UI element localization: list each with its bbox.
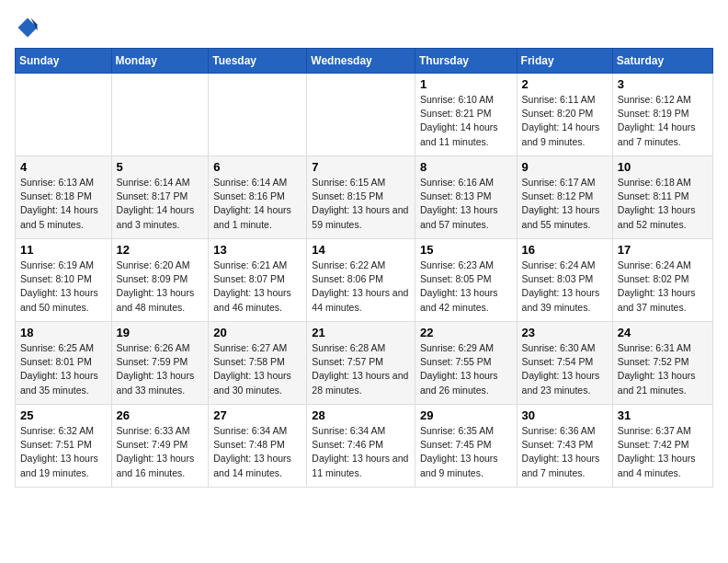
calendar-cell: 29Sunrise: 6:35 AMSunset: 7:45 PMDayligh… [415,405,517,488]
day-number: 18 [20,326,107,339]
day-number: 22 [420,326,512,339]
calendar-cell: 24Sunrise: 6:31 AMSunset: 7:52 PMDayligh… [612,322,712,405]
header-friday: Friday [517,49,612,74]
day-info: Sunrise: 6:25 AMSunset: 8:01 PMDaylight:… [20,341,107,397]
day-number: 12 [117,243,204,257]
calendar-week-row: 25Sunrise: 6:32 AMSunset: 7:51 PMDayligh… [16,405,713,488]
day-info: Sunrise: 6:15 AMSunset: 8:15 PMDaylight:… [312,176,410,232]
calendar-cell: 21Sunrise: 6:28 AMSunset: 7:57 PMDayligh… [307,322,415,405]
day-number: 21 [312,326,410,339]
day-info: Sunrise: 6:27 AMSunset: 7:58 PMDaylight:… [213,341,301,397]
header-thursday: Thursday [415,49,517,74]
day-info: Sunrise: 6:34 AMSunset: 7:48 PMDaylight:… [213,424,301,480]
day-info: Sunrise: 6:17 AMSunset: 8:12 PMDaylight:… [522,176,608,232]
calendar-cell: 31Sunrise: 6:37 AMSunset: 7:42 PMDayligh… [612,405,712,488]
page-header [15,15,713,40]
day-info: Sunrise: 6:35 AMSunset: 7:45 PMDaylight:… [420,424,512,480]
day-info: Sunrise: 6:24 AMSunset: 8:03 PMDaylight:… [522,259,608,315]
calendar-cell: 15Sunrise: 6:23 AMSunset: 8:05 PMDayligh… [415,239,517,322]
day-info: Sunrise: 6:30 AMSunset: 7:54 PMDaylight:… [522,341,608,397]
calendar-cell: 18Sunrise: 6:25 AMSunset: 8:01 PMDayligh… [16,322,112,405]
day-info: Sunrise: 6:36 AMSunset: 7:43 PMDaylight:… [522,424,608,480]
calendar-cell: 8Sunrise: 6:16 AMSunset: 8:13 PMDaylight… [415,156,517,239]
calendar-cell: 7Sunrise: 6:15 AMSunset: 8:15 PMDaylight… [307,156,415,239]
day-number: 24 [618,326,708,339]
day-info: Sunrise: 6:23 AMSunset: 8:05 PMDaylight:… [420,259,512,315]
calendar-table: SundayMondayTuesdayWednesdayThursdayFrid… [15,48,713,488]
calendar-week-row: 18Sunrise: 6:25 AMSunset: 8:01 PMDayligh… [16,322,713,405]
logo-icon [15,15,40,40]
calendar-cell: 2Sunrise: 6:11 AMSunset: 8:20 PMDaylight… [517,74,612,156]
calendar-cell: 28Sunrise: 6:34 AMSunset: 7:46 PMDayligh… [307,405,415,488]
calendar-cell: 4Sunrise: 6:13 AMSunset: 8:18 PMDaylight… [16,156,112,239]
calendar-cell: 11Sunrise: 6:19 AMSunset: 8:10 PMDayligh… [16,239,112,322]
day-number: 9 [522,160,608,174]
header-tuesday: Tuesday [209,49,307,74]
day-info: Sunrise: 6:13 AMSunset: 8:18 PMDaylight:… [20,176,107,232]
calendar-cell: 9Sunrise: 6:17 AMSunset: 8:12 PMDaylight… [517,156,612,239]
calendar-cell: 23Sunrise: 6:30 AMSunset: 7:54 PMDayligh… [517,322,612,405]
calendar-week-row: 11Sunrise: 6:19 AMSunset: 8:10 PMDayligh… [16,239,713,322]
day-info: Sunrise: 6:11 AMSunset: 8:20 PMDaylight:… [522,93,608,149]
day-number: 27 [213,408,301,422]
calendar-cell: 1Sunrise: 6:10 AMSunset: 8:21 PMDaylight… [415,74,517,156]
day-info: Sunrise: 6:31 AMSunset: 7:52 PMDaylight:… [618,341,708,397]
day-info: Sunrise: 6:10 AMSunset: 8:21 PMDaylight:… [420,93,512,149]
day-number: 31 [618,408,708,422]
day-info: Sunrise: 6:26 AMSunset: 7:59 PMDaylight:… [117,341,204,397]
calendar-cell: 30Sunrise: 6:36 AMSunset: 7:43 PMDayligh… [517,405,612,488]
day-number: 10 [618,160,708,174]
header-saturday: Saturday [612,49,712,74]
day-number: 28 [312,408,410,422]
calendar-cell [111,74,209,156]
day-info: Sunrise: 6:28 AMSunset: 7:57 PMDaylight:… [312,341,410,397]
calendar-cell: 25Sunrise: 6:32 AMSunset: 7:51 PMDayligh… [16,405,112,488]
day-info: Sunrise: 6:21 AMSunset: 8:07 PMDaylight:… [213,259,301,315]
day-info: Sunrise: 6:14 AMSunset: 8:16 PMDaylight:… [213,176,301,232]
calendar-header-row: SundayMondayTuesdayWednesdayThursdayFrid… [16,49,713,74]
day-number: 15 [420,243,512,257]
calendar-week-row: 1Sunrise: 6:10 AMSunset: 8:21 PMDaylight… [16,74,713,156]
calendar-cell: 20Sunrise: 6:27 AMSunset: 7:58 PMDayligh… [209,322,307,405]
day-info: Sunrise: 6:32 AMSunset: 7:51 PMDaylight:… [20,424,107,480]
day-info: Sunrise: 6:12 AMSunset: 8:19 PMDaylight:… [618,93,708,149]
day-number: 4 [20,160,107,174]
calendar-cell: 27Sunrise: 6:34 AMSunset: 7:48 PMDayligh… [209,405,307,488]
day-number: 11 [20,243,107,257]
header-monday: Monday [111,49,209,74]
day-number: 3 [618,77,708,91]
calendar-cell: 19Sunrise: 6:26 AMSunset: 7:59 PMDayligh… [111,322,209,405]
day-number: 14 [312,243,410,257]
day-info: Sunrise: 6:18 AMSunset: 8:11 PMDaylight:… [618,176,708,232]
day-number: 29 [420,408,512,422]
day-number: 1 [420,77,512,91]
calendar-cell: 6Sunrise: 6:14 AMSunset: 8:16 PMDaylight… [209,156,307,239]
day-info: Sunrise: 6:29 AMSunset: 7:55 PMDaylight:… [420,341,512,397]
day-number: 25 [20,408,107,422]
day-info: Sunrise: 6:33 AMSunset: 7:49 PMDaylight:… [117,424,204,480]
day-number: 30 [522,408,608,422]
calendar-week-row: 4Sunrise: 6:13 AMSunset: 8:18 PMDaylight… [16,156,713,239]
day-info: Sunrise: 6:22 AMSunset: 8:06 PMDaylight:… [312,259,410,315]
day-number: 23 [522,326,608,339]
day-number: 20 [213,326,301,339]
calendar-cell [307,74,415,156]
calendar-cell: 14Sunrise: 6:22 AMSunset: 8:06 PMDayligh… [307,239,415,322]
day-number: 16 [522,243,608,257]
calendar-cell: 16Sunrise: 6:24 AMSunset: 8:03 PMDayligh… [517,239,612,322]
calendar-cell: 26Sunrise: 6:33 AMSunset: 7:49 PMDayligh… [111,405,209,488]
calendar-cell [16,74,112,156]
logo [15,15,44,40]
day-info: Sunrise: 6:37 AMSunset: 7:42 PMDaylight:… [618,424,708,480]
svg-marker-0 [18,18,38,38]
day-number: 5 [117,160,204,174]
day-number: 13 [213,243,301,257]
header-wednesday: Wednesday [307,49,415,74]
day-info: Sunrise: 6:14 AMSunset: 8:17 PMDaylight:… [117,176,204,232]
day-info: Sunrise: 6:16 AMSunset: 8:13 PMDaylight:… [420,176,512,232]
calendar-cell [209,74,307,156]
calendar-cell: 22Sunrise: 6:29 AMSunset: 7:55 PMDayligh… [415,322,517,405]
calendar-cell: 13Sunrise: 6:21 AMSunset: 8:07 PMDayligh… [209,239,307,322]
day-info: Sunrise: 6:20 AMSunset: 8:09 PMDaylight:… [117,259,204,315]
calendar-cell: 5Sunrise: 6:14 AMSunset: 8:17 PMDaylight… [111,156,209,239]
